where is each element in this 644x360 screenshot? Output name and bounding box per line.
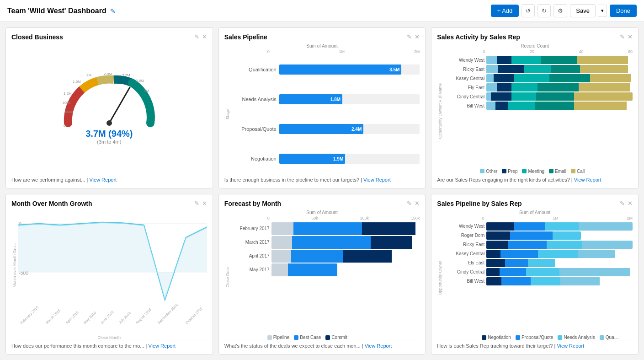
email-seg [541, 56, 577, 64]
legend-item-proposal: Proposal/Quote [516, 335, 554, 340]
stacked-bar-row: Cindy Central [443, 92, 633, 101]
view-report-link[interactable]: View Report [148, 343, 176, 349]
card-header: Month Over Month Growth ✎ ✕ [11, 200, 207, 207]
view-report-link[interactable]: View Report [574, 177, 601, 183]
legend-item-prep: Prep [502, 169, 517, 174]
edit-title-icon[interactable]: ✎ [110, 7, 116, 15]
closed-business-card: Closed Business ✎ ✕ [5, 27, 213, 188]
gauge-value: 3.7M (94%) [85, 129, 133, 139]
close-card-icon[interactable]: ✕ [628, 200, 633, 207]
bar-row: Proposal/Quote 2.4M [231, 124, 420, 134]
card-actions: ✎ ✕ [194, 200, 207, 207]
legend-label: Qua... [606, 335, 618, 340]
stacked-bar-track [486, 74, 633, 82]
bar-fill: 1.9M [279, 154, 346, 164]
forecast-row: March 2017 [231, 236, 420, 249]
header-right: + Add ↺ ↻ ⚙ Save ▾ Done [491, 4, 637, 17]
svg-text:3.6M: 3.6M [136, 79, 144, 83]
close-card-icon[interactable]: ✕ [415, 33, 420, 40]
legend-label: Email [555, 169, 566, 174]
view-report-link[interactable]: View Report [365, 343, 392, 349]
card-footer: How does our performance this month comp… [11, 340, 207, 349]
footer-text: Are our Sales Reps engaging in the right… [437, 177, 574, 183]
edit-card-icon[interactable]: ✎ [194, 33, 199, 40]
gauge-content: 0 400k 600k 1.2M 1.6M 2M 2.8M 3.2M 3.6M … [11, 43, 207, 174]
card-title: Closed Business [11, 33, 63, 41]
chart-content: Record Count 0 20 40 60 Opportunity Owne… [437, 43, 633, 174]
pipeline-track [486, 259, 558, 267]
rep-label: Ely East [443, 260, 484, 265]
stacked-bar-row: Ely East [443, 83, 633, 91]
settings-button[interactable]: ⚙ [554, 4, 567, 17]
header-left: Team 'Wild West' Dashboard ✎ [7, 7, 116, 15]
legend-label: Call [577, 169, 585, 174]
edit-card-icon[interactable]: ✎ [194, 200, 199, 207]
footer-text: How does our performance this month comp… [11, 343, 148, 349]
done-button[interactable]: Done [610, 5, 637, 17]
forecast-track [271, 250, 394, 263]
footer-text: Is there enough business in the pipeline… [224, 177, 363, 183]
pipeline-row: Kasey Central [443, 250, 633, 258]
legend-item-email: Email [549, 169, 566, 174]
y-axis-label: Opportunity Owner: Full Name [437, 55, 443, 167]
legend-label: Commit [331, 335, 347, 340]
chart-content: Month over Month Gro... 0 -500 [11, 210, 207, 340]
close-card-icon[interactable]: ✕ [202, 200, 207, 207]
line-chart-svg: 0 -500 [18, 210, 207, 321]
pipeline-track [486, 222, 633, 231]
stacked-bar-track [486, 102, 633, 110]
call-seg [577, 56, 628, 64]
view-report-link[interactable]: View Report [363, 177, 391, 183]
redo-button[interactable]: ↻ [538, 4, 551, 17]
legend-item-meeting: Meeting [522, 169, 544, 174]
close-card-icon[interactable]: ✕ [415, 200, 420, 207]
commit-color-dot [325, 335, 330, 340]
bar-track: 1.9M [279, 154, 420, 164]
edit-card-icon[interactable]: ✎ [620, 200, 625, 207]
axis-label: Record Count [437, 43, 633, 48]
y-axis-label: Close Date [224, 221, 231, 333]
close-card-icon[interactable]: ✕ [202, 33, 207, 40]
rep-label: Roger Dorn [443, 233, 484, 238]
legend-item-other: Other [480, 169, 497, 174]
close-card-icon[interactable]: ✕ [628, 33, 633, 40]
pipeline-color-dot [267, 335, 272, 340]
footer-text: How is each Sales Rep tracking toward th… [437, 343, 557, 349]
card-actions: ✎ ✕ [194, 33, 207, 40]
axis-label: Sum of Amount [224, 210, 420, 215]
x-axis-labels: February 2016 March 2016 April 2016 May … [11, 322, 207, 326]
add-button[interactable]: + Add [491, 5, 519, 17]
svg-marker-16 [18, 222, 207, 300]
save-dropdown-button[interactable]: ▾ [598, 5, 607, 17]
pipeline-track [486, 277, 600, 285]
view-report-link[interactable]: View Report [557, 343, 584, 349]
forecast-label: April 2017 [231, 253, 270, 258]
chart-with-yaxis: Stage Qualification 3.5M Needs Analysis [224, 55, 420, 174]
bar-track: 1.8M [279, 94, 420, 104]
page-title: Team 'Wild West' Dashboard [7, 7, 106, 15]
x-ticks: 0 1M 2M [224, 49, 420, 54]
legend-label: Negotiation [488, 335, 511, 340]
edit-card-icon[interactable]: ✎ [407, 33, 412, 40]
bar-row: Qualification 3.5M [231, 64, 420, 75]
legend-item-bestcase: Best Case [294, 335, 321, 340]
card-title: Sales Pipeline [224, 33, 267, 41]
chart-with-yaxis: Month over Month Gro... 0 -500 [11, 210, 207, 321]
svg-text:2.8M: 2.8M [104, 73, 112, 76]
other-color-dot [480, 169, 484, 173]
pipeline-row: Roger Dorn [443, 231, 633, 240]
edit-card-icon[interactable]: ✎ [620, 33, 625, 40]
bar-chart: Qualification 3.5M Needs Analysis 1.8M [231, 55, 420, 174]
meeting-seg [511, 56, 541, 64]
bar-fill: 1.8M [279, 94, 342, 104]
y-axis-label: Opportunity Owner [437, 221, 443, 334]
chart-content: Sum of Amount 0 1M 2M Opportunity Owner … [437, 210, 633, 340]
legend-label: Other [486, 169, 497, 174]
view-report-link[interactable]: View Report [89, 177, 117, 183]
edit-card-icon[interactable]: ✎ [407, 200, 412, 207]
save-button[interactable]: Save [570, 4, 596, 17]
card-footer: How are we performing against... | View … [11, 174, 207, 183]
gauge-svg: 0 400k 600k 1.2M 1.6M 2M 2.8M 3.2M 3.6M … [59, 73, 160, 128]
card-actions: ✎ ✕ [407, 200, 420, 207]
undo-button[interactable]: ↺ [522, 4, 535, 17]
